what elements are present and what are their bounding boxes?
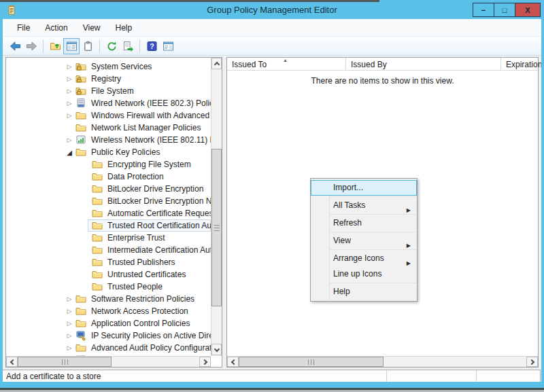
folder-icon	[75, 110, 86, 121]
sort-ascending-icon: ▲	[283, 58, 288, 63]
folder-icon	[75, 147, 86, 158]
menu-action[interactable]: Action	[37, 20, 75, 35]
expander-collapsed-icon[interactable]: ▷	[65, 100, 74, 107]
window-title: Group Policy Management Editor	[0, 5, 544, 15]
context-menu-separator	[330, 214, 416, 215]
folder-up-button[interactable]	[47, 38, 63, 54]
wireless-network-icon	[75, 135, 86, 145]
expander-expanded-icon[interactable]: ◢	[65, 149, 74, 156]
tree-item-wired-network-ieee-802-3-policies[interactable]: ▷Wired Network (IEEE 802.3) Policies	[6, 97, 211, 109]
back-arrow-button[interactable]	[7, 38, 23, 54]
tree-item-untrusted-certificates[interactable]: Untrusted Certificates	[6, 268, 211, 281]
tree-scroll-up-button[interactable]	[211, 58, 222, 69]
folder-icon	[92, 208, 103, 219]
expander-collapsed-icon[interactable]: ▷	[65, 112, 74, 119]
window-border-bottom	[0, 382, 544, 388]
empty-list-message: There are no items to show in this view.	[227, 76, 538, 86]
folder-lock-icon	[75, 73, 86, 84]
context-menu-item-help[interactable]: Help	[311, 284, 417, 300]
tree-vertical-scrollbar[interactable]	[211, 58, 222, 356]
close-button[interactable]: X	[515, 3, 541, 17]
tree-scroll-down-button[interactable]	[211, 344, 222, 355]
column-header-expiration-date[interactable]: Expiration Date	[501, 58, 544, 70]
menu-help[interactable]: Help	[108, 20, 140, 35]
background-window-edge	[0, 0, 379, 2]
list-scroll-left-button[interactable]	[227, 357, 239, 367]
status-bar-divider	[476, 370, 477, 382]
context-menu-item-import[interactable]: Import...	[311, 180, 417, 196]
menu-file[interactable]: File	[10, 20, 37, 35]
tree-scroll-right-button[interactable]	[199, 357, 211, 367]
expander-collapsed-icon[interactable]: ▷	[65, 137, 74, 143]
tree-item-trusted-publishers[interactable]: Trusted Publishers	[6, 256, 211, 268]
console-tree-icon	[66, 41, 78, 52]
tree-item-software-restriction-policies[interactable]: ▷Software Restriction Policies	[6, 293, 211, 305]
tree-item-advanced-audit-policy-configuration[interactable]: ▷Advanced Audit Policy Configuration	[6, 342, 211, 354]
back-arrow-icon	[10, 41, 21, 52]
tree-item-data-protection[interactable]: Data Protection	[6, 171, 211, 183]
column-header-label: Issued By	[351, 60, 387, 69]
tree-item-trusted-root-certification-authorities[interactable]: Trusted Root Certification Authorities	[6, 219, 211, 232]
minimize-button[interactable]: −	[473, 3, 494, 17]
context-menu-item-line-up-icons[interactable]: Line up Icons	[311, 266, 417, 282]
tree-item-windows-firewall-with-advanced-security[interactable]: ▷Windows Firewall with Advanced Security	[6, 109, 211, 122]
expander-collapsed-icon[interactable]: ▷	[65, 296, 74, 302]
tree-item-intermediate-certification-authorities[interactable]: Intermediate Certification Authorities	[6, 244, 211, 256]
status-text: Add a certificate to a store	[6, 372, 101, 381]
tree-item-public-key-policies[interactable]: ◢Public Key Policies	[6, 146, 211, 158]
console-tree-button[interactable]	[63, 38, 80, 54]
tree-item-encrypting-file-system[interactable]: Encrypting File System	[6, 158, 211, 171]
tree-item-network-list-manager-policies[interactable]: Network List Manager Policies	[6, 122, 211, 134]
tree-item-wireless-network-ieee-802-11-policies[interactable]: ▷Wireless Network (IEEE 802.11) Policies	[6, 134, 211, 146]
tree-item-automatic-certificate-request-settings[interactable]: Automatic Certificate Request Settings	[6, 207, 211, 219]
context-menu-item-arrange-icons[interactable]: Arrange Icons▶	[311, 251, 417, 266]
column-header-label: Expiration Date	[506, 60, 544, 69]
context-menu-item-view[interactable]: View▶	[311, 233, 417, 249]
tree-item-enterprise-trust[interactable]: Enterprise Trust	[6, 232, 211, 244]
context-menu-item-refresh[interactable]: Refresh	[311, 215, 417, 231]
export-list-button[interactable]	[120, 38, 136, 54]
tree-item-trusted-people[interactable]: Trusted People	[6, 281, 211, 293]
tree-item-label: BitLocker Drive Encryption	[107, 184, 203, 194]
folder-icon	[75, 293, 86, 304]
maximize-button[interactable]: □	[494, 3, 515, 17]
tree-horizontal-scrollbar-thumb[interactable]	[18, 357, 112, 367]
tree-item-label: Wired Network (IEEE 802.3) Policies	[91, 99, 211, 108]
tree-horizontal-scrollbar[interactable]	[6, 356, 211, 367]
tree-item-bitlocker-drive-encryption[interactable]: BitLocker Drive Encryption	[6, 183, 211, 195]
expander-collapsed-icon[interactable]: ▷	[65, 75, 74, 82]
expander-collapsed-icon[interactable]: ▷	[65, 344, 74, 351]
column-header-issued-to[interactable]: Issued To▲	[227, 58, 346, 70]
expander-collapsed-icon[interactable]: ▷	[65, 88, 74, 94]
scrollbar-grip-icon	[308, 359, 314, 365]
tree-item-label: Automatic Certificate Request Settings	[107, 209, 211, 218]
help-button[interactable]: ?	[143, 38, 160, 54]
tree-item-bitlocker-drive-encryption-network-unlock[interactable]: BitLocker Drive Encryption Network Unloc…	[6, 195, 211, 207]
clipboard-button[interactable]	[80, 38, 96, 54]
forward-arrow-button[interactable]	[23, 38, 39, 54]
tree-vertical-scrollbar-thumb[interactable]	[211, 149, 222, 306]
list-scroll-right-button[interactable]	[526, 357, 538, 367]
tree-item-system-services[interactable]: ▷System Services	[6, 60, 211, 73]
list-horizontal-scrollbar[interactable]	[227, 356, 538, 367]
folder-icon	[92, 257, 103, 268]
tree-item-ip-security-policies-on-active-directory[interactable]: ▷IP Security Policies on Active Director…	[6, 329, 211, 342]
tree-item-label: Windows Firewall with Advanced Security	[91, 111, 211, 120]
menu-view[interactable]: View	[75, 20, 108, 35]
tree-item-file-system[interactable]: ▷File System	[6, 85, 211, 97]
folder-icon	[75, 318, 86, 329]
tree-item-registry[interactable]: ▷Registry	[6, 73, 211, 85]
expander-collapsed-icon[interactable]: ▷	[65, 308, 74, 315]
tree-scroll-left-button[interactable]	[6, 357, 18, 367]
context-menu-item-all-tasks[interactable]: All Tasks▶	[311, 198, 417, 213]
expander-collapsed-icon[interactable]: ▷	[65, 320, 74, 327]
expander-collapsed-icon[interactable]: ▷	[65, 63, 74, 70]
tree-item-network-access-protection[interactable]: ▷Network Access Protection	[6, 305, 211, 317]
list-horizontal-scrollbar-thumb[interactable]	[239, 357, 384, 367]
tree-item-application-control-policies[interactable]: ▷Application Control Policies	[6, 317, 211, 329]
title-bar[interactable]: Group Policy Management Editor −□X	[0, 0, 544, 19]
refresh-button[interactable]	[103, 38, 120, 54]
action-pane-button[interactable]	[160, 38, 176, 54]
expander-collapsed-icon[interactable]: ▷	[65, 332, 74, 339]
column-header-issued-by[interactable]: Issued By	[346, 58, 501, 70]
